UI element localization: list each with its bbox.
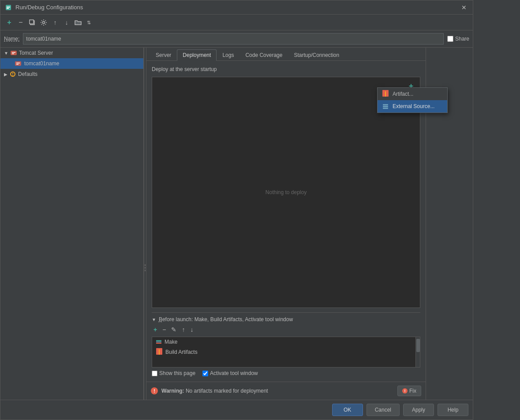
show-page-label: Show this page [159,370,195,376]
share-section: Share [447,36,469,42]
sort-button[interactable]: ⇅ [84,17,95,28]
svg-rect-8 [12,52,15,53]
move-down-button[interactable]: ↓ [61,17,72,28]
sidebar-group-defaults[interactable]: ▶ Defaults [0,69,143,79]
bl-down-button[interactable]: ↓ [188,325,195,334]
svg-rect-7 [11,51,17,55]
name-row: Name: Share [0,30,473,48]
footer: OK Cancel Apply Help [0,400,473,420]
svg-rect-2 [7,8,9,9]
copy-config-button[interactable] [27,17,37,28]
show-page-checkbox-label[interactable]: Show this page [152,370,195,376]
window-icon [5,4,12,11]
deploy-empty-label: Nothing to deploy [266,189,307,195]
build-artifacts-icon [156,349,163,356]
tab-startup-connection[interactable]: Startup/Connection [288,49,345,60]
remove-config-button[interactable]: − [15,17,26,28]
add-dropdown-menu: Artifact... External Source... [377,87,448,113]
share-label: Share [455,36,469,42]
svg-rect-9 [12,53,14,54]
artifact-menu-label: Artifact... [393,91,413,97]
title-bar: Run/Debug Configurations ✕ [0,0,473,15]
before-launch-header: ▼ BBefore launch: Make, Build Artifacts,… [152,316,420,322]
external-menu-label: External Source... [393,103,434,109]
before-launch-section: ▼ BBefore launch: Make, Build Artifacts,… [152,312,420,376]
tab-bar: Server Deployment Logs Code Coverage Sta… [146,48,426,61]
help-button[interactable]: Help [438,404,468,416]
svg-rect-12 [16,64,19,65]
defaults-group-label: Defaults [18,71,37,77]
sidebar: ▼ Tomcat Server [0,48,144,400]
tab-logs[interactable]: Logs [217,49,239,60]
bl-edit-button[interactable]: ✎ [169,325,178,334]
bl-item-make-label: Make [165,339,177,345]
activate-window-checkbox-label[interactable]: Activate tool window [202,370,258,376]
dropdown-item-artifact[interactable]: Artifact... [378,88,447,100]
fix-button[interactable]: ! Fix [397,386,421,396]
warning-bold-text: Warning: [161,388,184,394]
bl-remove-button[interactable]: − [161,325,168,334]
fix-label: Fix [409,388,416,394]
bl-item-build-artifacts[interactable]: Build Artifacts [152,347,420,357]
db-icon [383,104,388,109]
sidebar-item-tomcat01name[interactable]: tomcat01name [0,58,143,69]
show-page-checkbox[interactable] [152,371,157,376]
name-input[interactable] [23,33,444,45]
before-launch-title: BBefore launch: Make, Build Artifacts, A… [159,316,293,322]
bl-add-button[interactable]: + [152,325,159,334]
add-config-button[interactable]: + [4,17,15,28]
tomcat-expand-arrow: ▼ [4,51,8,56]
tomcat-group-icon [10,49,17,56]
artifact-menu-icon [382,90,389,98]
deploy-section-label: Deploy at the server startup [152,66,420,72]
svg-rect-4 [30,20,34,24]
defaults-expand-arrow: ▶ [4,72,7,77]
svg-text:⇅: ⇅ [87,20,91,25]
make-icon [156,339,162,345]
show-activate-row: Show this page Activate tool window [152,370,420,376]
bl-up-button[interactable]: ↑ [180,325,187,334]
warning-detail-text: No artifacts marked for deployment [186,388,268,394]
warning-text: Warning: No artifacts marked for deploym… [161,388,394,394]
before-launch-list: Make Build Artifacts [152,337,420,368]
warning-bar: ! Warning: No artifacts marked for deplo… [146,382,426,400]
move-up-button[interactable]: ↑ [50,17,60,28]
svg-rect-10 [15,61,21,66]
gift-menu-icon [382,91,389,97]
gift-icon [156,349,162,355]
share-checkbox[interactable] [447,36,453,42]
tab-code-coverage[interactable]: Code Coverage [239,49,288,60]
tab-deployment[interactable]: Deployment [177,49,217,61]
apply-button[interactable]: Apply [403,404,434,416]
activate-window-label: Activate tool window [210,370,258,376]
ok-button[interactable]: OK [332,404,363,416]
activate-window-checkbox[interactable] [202,371,208,376]
before-launch-toolbar: + − ✎ ↑ ↓ [152,325,420,334]
defaults-group-icon [9,71,16,78]
folder-button[interactable] [73,17,83,28]
settings-config-button[interactable] [38,17,49,28]
name-label: Name: [4,36,19,42]
window-title: Run/Debug Configurations [15,4,460,11]
svg-point-5 [43,21,45,23]
main-toolbar: + − ↑ ↓ ⇅ [0,15,473,30]
bl-item-build-label: Build Artifacts [165,349,198,355]
dropdown-item-external[interactable]: External Source... [378,100,447,112]
bl-scroll-thumb [416,339,420,352]
svg-point-15 [12,75,13,76]
warning-icon: ! [151,387,158,394]
external-menu-icon [382,103,389,110]
svg-rect-11 [16,63,20,64]
bl-item-make[interactable]: Make [152,337,420,347]
tab-server[interactable]: Server [150,49,177,60]
tomcat-child-icon [15,60,22,67]
svg-rect-1 [7,7,10,8]
fix-icon: ! [402,388,408,394]
bl-scrollbar[interactable] [415,337,420,367]
close-button[interactable]: ✕ [460,3,468,12]
cancel-button[interactable]: Cancel [367,404,400,416]
tomcat-group-label: Tomcat Server [19,50,53,56]
sidebar-item-label-tomcat01: tomcat01name [24,60,59,67]
before-launch-b-label: B [159,316,162,322]
sidebar-group-tomcat[interactable]: ▼ Tomcat Server [0,48,143,58]
